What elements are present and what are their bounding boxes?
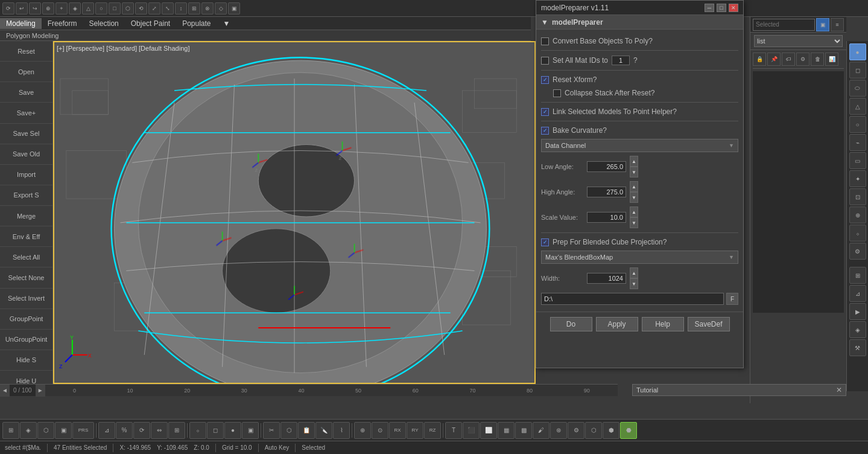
viewport[interactable]: [+] [Perspective] [Standard] [Default Sh… [53, 41, 536, 384]
right-icon-cube[interactable]: ◻ [849, 62, 866, 78]
right-panel-icon-blue[interactable]: ▣ [816, 18, 829, 31]
bt-icon-render-prep[interactable]: ⚙ [568, 422, 584, 439]
bt-icon-wireframe[interactable]: ◻ [207, 422, 224, 439]
high-angle-input[interactable] [587, 187, 626, 197]
right-icon-lamp[interactable]: ✦ [849, 170, 866, 187]
bt-icon-snap-vertex[interactable]: ◈ [20, 422, 37, 439]
prep-blended-checkbox[interactable] [541, 238, 549, 246]
bt-icon-grid-check[interactable]: ▦ [498, 422, 515, 439]
path-input[interactable] [541, 293, 724, 305]
bt-icon-bridge[interactable]: ⌇ [333, 422, 350, 439]
toolbar-icon-16[interactable]: ⊗ [201, 2, 214, 14]
bt-icon-text-obj[interactable]: T [445, 422, 462, 439]
right-panel-icon-list[interactable]: ≡ [831, 18, 844, 31]
scale-value-spin-down[interactable]: ▼ [630, 217, 638, 228]
right-icon-helper[interactable]: ⊕ [849, 206, 866, 223]
toolbar-icon-8[interactable]: ○ [95, 2, 107, 14]
right-icon-sphere[interactable]: ● [849, 43, 866, 60]
panel-restore-button[interactable]: □ [717, 4, 726, 12]
toolbar-icon-3[interactable]: ↪ [29, 2, 41, 14]
high-angle-spin-down[interactable]: ▼ [630, 192, 638, 203]
bt-icon-knife[interactable]: 🔪 [315, 422, 332, 439]
width-spin-down[interactable]: ▼ [630, 278, 638, 289]
sidebar-btn-env-eff[interactable]: Env & Eff [0, 226, 52, 247]
toolbar-icon-11[interactable]: ⟲ [135, 2, 147, 14]
blended-boxmap-dropdown[interactable]: Max's BlendedBoxMap ▼ [541, 251, 738, 264]
right-icon-display[interactable]: ◈ [849, 321, 866, 338]
timeline-arrow-right[interactable]: ► [36, 385, 45, 397]
bt-icon-noise[interactable]: ▩ [515, 422, 532, 439]
bt-icon-percent-snap[interactable]: % [116, 422, 133, 439]
low-angle-input[interactable] [587, 161, 626, 172]
rp-icon-settings[interactable]: ⚙ [796, 53, 809, 66]
timeline-track[interactable]: 0 10 20 30 40 50 60 70 80 90 [45, 385, 618, 396]
bt-icon-rz[interactable]: RZ [424, 422, 441, 439]
bt-icon-texture[interactable]: ▣ [242, 422, 259, 439]
bt-icon-snap-face[interactable]: ▣ [55, 422, 72, 439]
bt-icon-export-obj[interactable]: ⬡ [585, 422, 602, 439]
bt-icon-manage-sel[interactable]: ⊙ [372, 422, 388, 439]
sidebar-btn-hide-s[interactable]: Hide S [0, 350, 52, 371]
toolbar-icon-2[interactable]: ↩ [16, 2, 28, 14]
toolbar-icon-7[interactable]: △ [82, 2, 94, 14]
toolbar-icon-1[interactable]: ⟳ [2, 2, 14, 14]
right-icon-cone[interactable]: △ [849, 98, 866, 115]
sidebar-btn-select-invert[interactable]: Select Invert [0, 289, 52, 309]
sidebar-btn-reset[interactable]: Reset [0, 41, 52, 62]
menu-item-selection[interactable]: Selection [83, 18, 124, 29]
bt-icon-snap-prs[interactable]: PRS [72, 422, 94, 439]
menu-item-freeform[interactable]: Freeform [42, 18, 83, 29]
rp-icon-lock[interactable]: 🔒 [753, 53, 766, 66]
bt-icon-paste[interactable]: 📋 [298, 422, 315, 439]
bt-icon-copy[interactable]: ⬡ [280, 422, 297, 439]
right-icon-camera[interactable]: ⊡ [849, 188, 866, 205]
collapse-stack-checkbox[interactable] [553, 89, 561, 97]
right-icon-modifier[interactable]: ⊞ [849, 267, 866, 284]
reset-xform-checkbox[interactable] [541, 76, 549, 84]
toolbar-icon-17[interactable]: ◇ [215, 2, 227, 14]
rp-icon-tag[interactable]: 🏷 [782, 53, 795, 66]
panel-minimize-button[interactable]: ─ [705, 4, 714, 12]
do-button[interactable]: Do [550, 317, 592, 331]
right-icon-system[interactable]: ⚙ [849, 243, 866, 260]
bt-icon-cut[interactable]: ✂ [263, 422, 280, 439]
sidebar-btn-group-point[interactable]: GroupPoint [0, 309, 52, 330]
right-icon-motion[interactable]: ▶ [849, 303, 866, 320]
width-spin-up[interactable]: ▲ [630, 267, 638, 278]
sidebar-btn-export-s[interactable]: Export S [0, 185, 52, 206]
bt-icon-rx[interactable]: RX [389, 422, 406, 439]
sidebar-btn-save-plus[interactable]: Save+ [0, 103, 52, 123]
toolbar-icon-13[interactable]: ⤡ [162, 2, 174, 14]
high-angle-spin-up[interactable]: ▲ [630, 181, 638, 192]
modifier-dropdown[interactable]: list [754, 35, 843, 47]
convert-base-checkbox[interactable] [541, 37, 549, 45]
toolbar-icon-10[interactable]: ⬡ [122, 2, 134, 14]
bt-icon-named-sel[interactable]: ⊕ [354, 422, 371, 439]
sidebar-btn-import[interactable]: Import [0, 165, 52, 185]
set-all-mat-checkbox[interactable] [541, 57, 549, 65]
toolbar-icon-12[interactable]: ⤢ [148, 2, 160, 14]
bt-icon-shaded[interactable]: ● [224, 422, 241, 439]
sidebar-btn-save[interactable]: Save [0, 82, 52, 103]
bt-icon-checker[interactable]: ⬛ [463, 422, 480, 439]
sidebar-btn-open[interactable]: Open [0, 62, 52, 82]
rp-icon-delete[interactable]: 🗑 [811, 53, 824, 66]
sidebar-btn-select-none[interactable]: Select None [0, 267, 52, 288]
sidebar-btn-merge[interactable]: Merge [0, 206, 52, 226]
bt-icon-import-obj[interactable]: ⬢ [603, 422, 619, 439]
toolbar-icon-4[interactable]: ⊕ [42, 2, 54, 14]
bt-icon-mirror[interactable]: ⇔ [151, 422, 168, 439]
toolbar-icon-14[interactable]: ↕ [175, 2, 187, 14]
right-icon-plane[interactable]: ▭ [849, 152, 866, 169]
right-icon-cylinder[interactable]: ⬭ [849, 80, 866, 97]
panel-section-header[interactable]: ▼ modelPreparer [536, 15, 743, 30]
toolbar-icon-5[interactable]: + [55, 2, 68, 14]
toolbar-icon-9[interactable]: □ [109, 2, 121, 14]
low-angle-spin-up[interactable]: ▲ [630, 156, 638, 167]
sidebar-btn-ungroup-point[interactable]: UnGroupPoint [0, 330, 52, 350]
menu-item-modeling[interactable]: Modeling [0, 18, 42, 29]
bake-curvature-checkbox[interactable] [541, 127, 549, 135]
bt-icon-spinner[interactable]: ⟳ [133, 422, 150, 439]
width-input[interactable] [587, 273, 626, 284]
save-def-button[interactable]: SaveDef [688, 317, 730, 331]
